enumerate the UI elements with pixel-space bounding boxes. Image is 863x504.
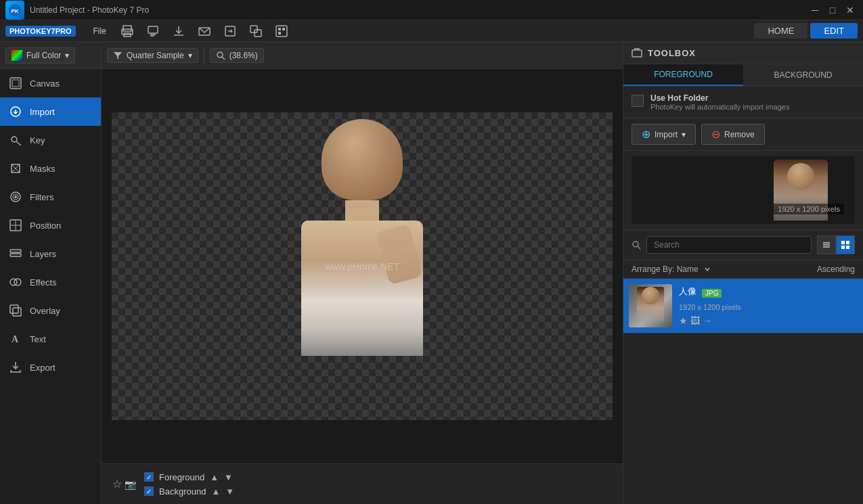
file-item[interactable]: 人像 JPG 1920 x 1200 pixels ★ 🖼 →	[623, 279, 863, 334]
edit-button[interactable]: EDIT	[810, 23, 858, 39]
canvas-background: www.pHome.NET	[112, 112, 613, 420]
file-photo-icon[interactable]: 🖼	[690, 315, 700, 326]
sidebar-item-canvas[interactable]: Canvas	[0, 69, 101, 97]
preview-image: 1920 x 1200 pixels	[632, 156, 855, 224]
home-button[interactable]: HOME	[754, 23, 807, 39]
toolbox-icon	[632, 47, 642, 58]
svg-rect-46	[841, 241, 845, 244]
grid-view-button[interactable]	[836, 235, 855, 254]
sidebar-item-effects[interactable]: Effects	[0, 268, 101, 296]
foreground-up-arrow[interactable]: ▲	[210, 472, 219, 482]
svg-rect-19	[278, 32, 281, 35]
background-down-arrow[interactable]: ▼	[225, 486, 234, 497]
hot-folder-text: Use Hot Folder PhotoKey will automatical…	[650, 93, 789, 111]
app-logo-small: PK	[5, 1, 24, 20]
svg-line-24	[16, 141, 21, 145]
minimize-button[interactable]: ─	[807, 3, 822, 18]
layers-icon	[8, 246, 23, 261]
effects-icon	[8, 275, 23, 290]
file-arrow-icon[interactable]: →	[703, 315, 712, 326]
export1-button[interactable]	[219, 23, 242, 39]
zoom-label: (38.6%)	[229, 51, 258, 60]
svg-line-42	[638, 246, 640, 249]
file-star-icon[interactable]: ★	[679, 315, 688, 326]
sidebar-item-export[interactable]: Export	[0, 353, 101, 382]
hot-folder-description: PhotoKey will automatically import image…	[650, 103, 789, 111]
svg-rect-17	[278, 28, 281, 30]
remove-btn-label: Remove	[724, 130, 755, 139]
text-icon: A	[8, 331, 23, 346]
list-view-button[interactable]	[817, 235, 836, 254]
export3-button[interactable]	[270, 23, 293, 39]
import-button[interactable]: ⊕ Import ▾	[632, 124, 696, 145]
window-title: Untitled Project - PhotoKey 7 Pro	[30, 5, 149, 15]
arrange-label: Arrange By: Name	[632, 265, 699, 274]
file-menu[interactable]: File	[87, 24, 113, 39]
star-icon[interactable]: ☆	[112, 478, 122, 490]
import-plus-icon: ⊕	[642, 128, 650, 141]
sidebar-item-import[interactable]: Import	[0, 97, 101, 126]
photo-icon[interactable]: 📷	[125, 479, 136, 490]
import-dropdown-arrow[interactable]: ▾	[682, 130, 686, 139]
overlay-icon	[8, 303, 23, 318]
background-tab[interactable]: BACKGROUND	[743, 64, 863, 86]
nav-buttons: HOME EDIT	[754, 23, 858, 39]
search-input[interactable]	[646, 236, 812, 254]
zoom-select[interactable]: (38.6%)	[210, 48, 264, 63]
search-bar	[623, 230, 863, 260]
foreground-down-arrow[interactable]: ▼	[224, 472, 233, 482]
layer-rows: ✓ Foreground ▲ ▼ ✓ Background ▲ ▼	[144, 472, 234, 497]
color-mode-arrow: ▾	[65, 51, 69, 60]
sidebar-item-filters[interactable]: Filters	[0, 183, 101, 211]
file-list: 人像 JPG 1920 x 1200 pixels ★ 🖼 →	[623, 279, 863, 504]
background-checkbox[interactable]: ✓	[144, 486, 154, 496]
window-controls[interactable]: ─ □ ✕	[807, 3, 858, 18]
quarter-sample-select[interactable]: Quarter Sample ▾	[107, 48, 198, 63]
background-up-arrow[interactable]: ▲	[211, 486, 220, 497]
file-actions: ★ 🖼 →	[679, 315, 858, 326]
print-button[interactable]	[116, 23, 139, 39]
sidebar-item-overlay[interactable]: Overlay	[0, 296, 101, 325]
hot-folder: Use Hot Folder PhotoKey will automatical…	[623, 87, 863, 118]
sidebar-item-layers[interactable]: Layers	[0, 239, 101, 268]
app-logo: PHOTOKEY7PRO	[5, 22, 76, 41]
quarter-sample-label: Quarter Sample	[127, 51, 184, 60]
canvas-area: Quarter Sample ▾ (38.6%)	[102, 42, 623, 504]
sidebar-item-text[interactable]: A Text	[0, 325, 101, 353]
sidebar-item-position[interactable]: Position	[0, 211, 101, 239]
foreground-tab[interactable]: FOREGROUND	[623, 64, 743, 86]
view-buttons	[817, 235, 855, 254]
svg-point-27	[14, 196, 17, 198]
download-button[interactable]	[167, 23, 190, 39]
app-logo-text: PHOTOKEY7PRO	[5, 26, 76, 37]
foreground-checkbox[interactable]: ✓	[144, 472, 154, 482]
hot-folder-checkbox[interactable]	[632, 95, 644, 107]
svg-rect-47	[846, 241, 849, 244]
sidebar-item-key[interactable]: Key	[0, 126, 101, 154]
color-mode-select[interactable]: Full Color ▾	[5, 47, 75, 64]
masks-label: Masks	[30, 164, 56, 174]
svg-point-34	[14, 279, 21, 285]
maximize-button[interactable]: □	[825, 3, 840, 18]
file-info: 人像 JPG 1920 x 1200 pixels ★ 🖼 →	[679, 285, 858, 326]
email-button[interactable]	[193, 23, 216, 39]
svg-rect-5	[148, 26, 158, 33]
menubar: PHOTOKEY7PRO File HOME EDIT	[0, 20, 863, 42]
arrange-arrow-icon	[704, 266, 711, 273]
quarter-sample-arrow: ▾	[188, 51, 192, 60]
import-btn-label: Import	[655, 130, 678, 139]
preview-area: 1920 x 1200 pixels	[623, 151, 863, 230]
svg-text:A: A	[12, 334, 19, 344]
print2-button[interactable]	[141, 23, 164, 39]
toolbox-title: TOOLBOX	[648, 48, 696, 58]
sidebar-item-masks[interactable]: Masks	[0, 154, 101, 183]
svg-rect-35	[10, 305, 18, 313]
remove-button[interactable]: ⊖ Remove	[701, 124, 765, 145]
background-label: Background	[159, 486, 206, 497]
close-button[interactable]: ✕	[843, 3, 858, 18]
position-label: Position	[30, 221, 61, 231]
hot-folder-label: Use Hot Folder	[650, 93, 789, 103]
export2-button[interactable]	[244, 23, 267, 39]
export-icon	[8, 360, 23, 375]
position-icon	[8, 218, 23, 233]
